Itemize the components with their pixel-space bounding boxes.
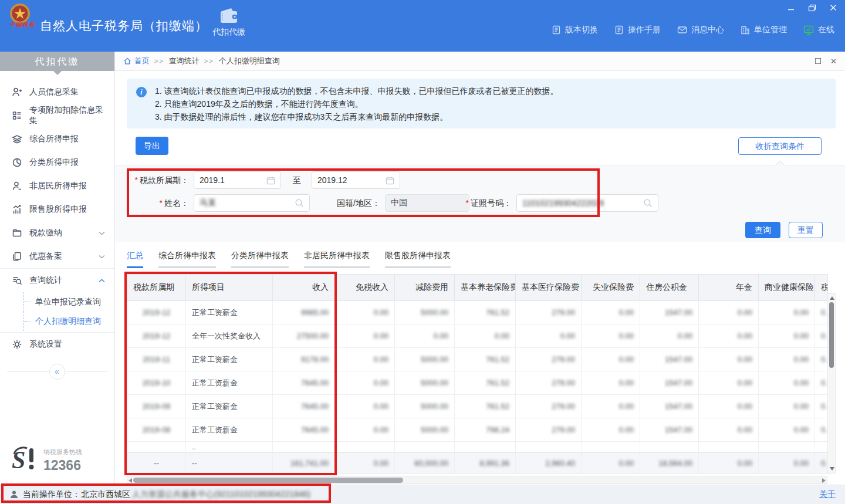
nav-online-status[interactable]: 在线 xyxy=(803,25,834,35)
sidebar-item-classified-income[interactable]: 分类所得申报 xyxy=(0,151,114,174)
collapse-query-button[interactable]: 收折查询条件 xyxy=(738,137,822,155)
scroll-left-arrow[interactable] xyxy=(129,478,132,483)
scroll-right-arrow[interactable] xyxy=(822,478,826,483)
sidebar-item-label: 综合所得申报 xyxy=(29,134,79,144)
close-button[interactable] xyxy=(829,4,838,12)
main-content: i 1. 该查询统计表仅能查询已申报成功的数据，不包含未申报、申报失败，已申报但… xyxy=(115,71,845,485)
table-cell xyxy=(273,442,335,453)
table-row: 2019-08正常工资薪金7645.000.005000.00798.24279… xyxy=(127,418,828,442)
range-separator: 至 xyxy=(287,171,307,189)
table-cell: 0. xyxy=(815,301,828,324)
sidebar-item-label: 查询统计 xyxy=(29,275,62,286)
nav-unit-management[interactable]: 单位管理 xyxy=(741,25,787,35)
column-header: 减除费用 xyxy=(395,275,455,301)
tab-restricted-shares[interactable]: 限售股所得申报表 xyxy=(385,251,451,268)
horizontal-scrollbar[interactable] xyxy=(127,476,827,484)
sidebar-item-special-deduction[interactable]: 专项附加扣除信息采集 xyxy=(0,104,114,127)
bar-chart-icon xyxy=(12,204,22,215)
table-cell: 0. xyxy=(815,453,828,474)
minimize-icon xyxy=(787,4,795,11)
table-cell: 2019-12 xyxy=(127,324,186,348)
vertical-scrollbar[interactable] xyxy=(827,293,836,473)
nav-label: 版本切换 xyxy=(565,25,598,35)
table-cell: 0.00 xyxy=(335,418,395,442)
table-cell: 0.00 xyxy=(699,348,759,371)
breadcrumb-home[interactable]: 首页 xyxy=(123,56,150,66)
calendar-icon[interactable] xyxy=(386,176,394,185)
table-cell: 正常工资薪金 xyxy=(186,371,273,395)
calendar-icon[interactable] xyxy=(266,176,275,185)
id-number-input[interactable]: 110102199304222029 xyxy=(516,194,658,212)
svg-text:S: S xyxy=(12,447,25,473)
table-cell: 5000.00 xyxy=(395,395,455,418)
export-button[interactable]: 导出 xyxy=(136,137,168,155)
period-from-input[interactable]: 2019.1 xyxy=(194,171,281,189)
tab-withholding-label: 代扣代缴 xyxy=(198,27,259,38)
sidebar-item-system-settings[interactable]: 系统设置 xyxy=(0,333,114,356)
home-icon xyxy=(123,57,131,65)
tab-nonresident[interactable]: 非居民所得申报表 xyxy=(304,251,370,268)
horizontal-scroll-thumb[interactable] xyxy=(133,478,403,483)
column-header: 商业健康保险 xyxy=(759,275,815,301)
table-cell: -- xyxy=(186,453,273,474)
sidebar-item-preferential-filing[interactable]: 优惠备案 xyxy=(0,245,114,268)
name-input[interactable]: 马某 xyxy=(194,194,310,212)
table-cell: 279.00 xyxy=(516,301,582,324)
reset-button[interactable]: 重置 xyxy=(789,222,823,238)
sidebar-item-personnel-info[interactable]: 人员信息采集 xyxy=(0,80,114,104)
tab-comprehensive[interactable]: 综合所得申报表 xyxy=(158,251,216,268)
window-controls xyxy=(786,4,838,12)
tab-summary[interactable]: 汇总 xyxy=(127,251,143,268)
table-cell xyxy=(455,442,516,453)
sidebar-item-personal-withholding-query[interactable]: 个人扣缴明细查询 xyxy=(0,312,114,331)
sidebar-item-tax-payment[interactable]: 税款缴纳 xyxy=(0,221,114,245)
search-icon[interactable] xyxy=(295,198,304,208)
tab-classified[interactable]: 分类所得申报表 xyxy=(231,251,289,268)
scroll-up-arrow[interactable] xyxy=(830,296,834,300)
table-cell: 161,741.00 xyxy=(273,453,335,474)
sidebar-item-unit-declaration-query[interactable]: 单位申报记录查询 xyxy=(0,292,114,312)
table-cell: 正常工资薪金 xyxy=(186,348,273,371)
about-link[interactable]: 关于 xyxy=(819,489,836,500)
document-icon xyxy=(614,25,624,35)
table-cell: 0.00 xyxy=(582,324,640,348)
sidebar-item-restricted-shares[interactable]: 限售股所得申报 xyxy=(0,198,114,221)
table-cell: 2019-10 xyxy=(127,371,186,395)
required-mark: * xyxy=(160,198,163,208)
scroll-down-arrow[interactable] xyxy=(830,467,834,471)
sidebar-collapse-button[interactable]: « xyxy=(49,364,65,380)
table-header-row: 税款所属期所得项目收入免税收入减除费用基本养老保险费基本医疗保险费失业保险费住房… xyxy=(127,275,828,301)
nav-label: 操作手册 xyxy=(628,25,661,35)
table-cell: 27500.00 xyxy=(273,324,335,348)
id-number-label: *证照号码： xyxy=(453,194,512,212)
notice-line: 3. 由于数据处理的滞后性，建议您在申报成功3天之后再来查询最新的申报数据。 xyxy=(155,110,826,123)
sidebar-item-label: 人员信息采集 xyxy=(29,87,79,97)
sidebar-item-nonresident-income[interactable]: 非居民所得申报 xyxy=(0,174,114,198)
nav-manual[interactable]: 操作手册 xyxy=(614,25,661,35)
table-cell: 正常工资薪金 xyxy=(186,395,273,418)
panel-close-icon[interactable]: ✕ xyxy=(830,57,837,66)
required-mark: * xyxy=(466,198,469,208)
period-to-input[interactable]: 2019.12 xyxy=(312,171,400,189)
restore-button[interactable] xyxy=(807,4,817,12)
breadcrumb-home-label: 首页 xyxy=(134,56,150,66)
tab-withholding[interactable]: 代扣代缴 xyxy=(198,7,259,38)
list-icon xyxy=(12,110,22,121)
sidebar-item-query-statistics[interactable]: 查询统计 xyxy=(0,268,114,292)
search-icon[interactable] xyxy=(643,198,653,208)
nav-version-switch[interactable]: 版本切换 xyxy=(552,25,598,35)
table-cell: 0.00 xyxy=(582,418,640,442)
breadcrumb-section: 查询统计 xyxy=(169,56,200,66)
current-unit-blurred: 人力资源公共服务中心(92110102199304221846) xyxy=(132,489,310,500)
search-button[interactable]: 查询 xyxy=(745,222,780,238)
table-cell: 正常工资薪金 xyxy=(186,301,273,324)
table-cell: 2,960.40 xyxy=(516,453,582,474)
sidebar-item-comprehensive-income[interactable]: 综合所得申报 xyxy=(0,127,114,151)
table-cell: 798.24 xyxy=(455,418,516,442)
minimize-button[interactable] xyxy=(786,4,796,12)
hotline-label: 纳税服务热线 xyxy=(43,448,82,456)
vertical-scroll-thumb[interactable] xyxy=(829,302,834,368)
panel-restore-icon[interactable] xyxy=(815,58,821,64)
id-number-value: 110102199304222029 xyxy=(522,198,604,208)
nav-message-center[interactable]: 消息中心 xyxy=(677,25,724,35)
